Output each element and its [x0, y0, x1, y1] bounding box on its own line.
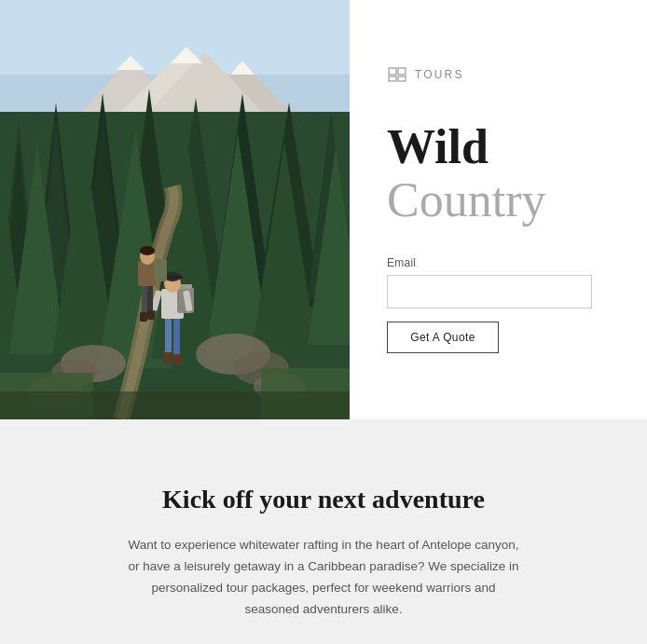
svg-rect-50 [147, 284, 153, 312]
hero-image [0, 0, 350, 419]
hero-content: TOURS Wild Country Email Get A Quote [350, 0, 647, 419]
svg-point-56 [140, 246, 155, 255]
svg-rect-51 [140, 312, 147, 322]
nav-text: TOURS [415, 68, 464, 81]
tours-icon [387, 66, 407, 83]
nav-label: TOURS [387, 66, 610, 83]
svg-rect-54 [154, 259, 167, 281]
hero-title-bold: Wild [387, 120, 489, 173]
bottom-section: Kick off your next adventure Want to exp… [0, 419, 647, 644]
svg-rect-40 [173, 354, 182, 365]
svg-rect-60 [389, 76, 396, 81]
bottom-title: Kick off your next adventure [75, 485, 572, 514]
svg-rect-37 [165, 317, 172, 354]
svg-rect-58 [389, 68, 396, 75]
svg-rect-49 [142, 284, 147, 314]
hero-title-light: Country [387, 173, 545, 226]
email-label: Email [387, 256, 610, 269]
get-quote-button[interactable]: Get A Quote [387, 322, 499, 353]
email-input[interactable] [387, 275, 592, 308]
svg-rect-39 [163, 352, 172, 363]
svg-rect-57 [0, 391, 350, 419]
top-section: TOURS Wild Country Email Get A Quote [0, 0, 647, 419]
hero-title: Wild Country [387, 120, 610, 226]
bottom-body: Want to experience whitewater rafting in… [123, 535, 524, 621]
svg-rect-61 [398, 76, 406, 81]
svg-rect-43 [179, 284, 192, 289]
svg-rect-52 [147, 310, 155, 320]
svg-rect-59 [398, 68, 406, 75]
hero-illustration [0, 0, 350, 419]
svg-rect-38 [173, 317, 180, 356]
